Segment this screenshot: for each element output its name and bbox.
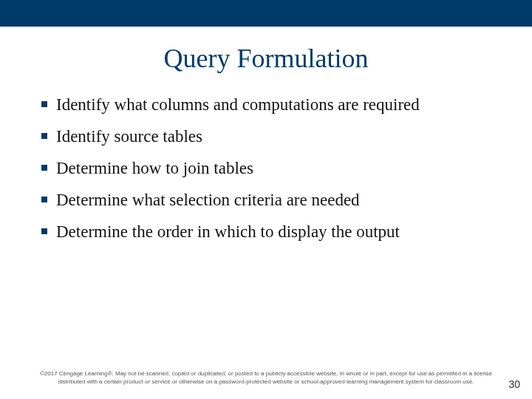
list-item: Identify source tables <box>41 125 497 148</box>
bullet-icon <box>41 165 47 171</box>
bullet-icon <box>41 133 47 139</box>
header-bar <box>0 0 532 27</box>
bullet-icon <box>41 101 47 107</box>
bullet-text: Identify source tables <box>56 125 202 148</box>
bullet-text: Determine how to join tables <box>56 157 253 180</box>
page-number: 30 <box>508 378 520 390</box>
bullet-icon <box>41 197 47 202</box>
footer: ©2017 Cengage Learning®. May not be scan… <box>0 370 532 386</box>
slide-title: Query Formulation <box>0 43 532 74</box>
content-area: Identify what columns and computations a… <box>0 93 532 243</box>
list-item: Determine how to join tables <box>41 157 497 180</box>
bullet-icon <box>41 228 47 234</box>
bullet-text: Determine what selection criteria are ne… <box>56 188 360 211</box>
slide: Query Formulation Identify what columns … <box>0 0 532 399</box>
bullet-text: Determine the order in which to display … <box>56 220 400 243</box>
copyright-text: ©2017 Cengage Learning®. May not be scan… <box>35 370 497 386</box>
bullet-text: Identify what columns and computations a… <box>56 93 420 116</box>
list-item: Identify what columns and computations a… <box>41 93 497 116</box>
list-item: Determine what selection criteria are ne… <box>41 188 497 211</box>
list-item: Determine the order in which to display … <box>41 220 497 243</box>
